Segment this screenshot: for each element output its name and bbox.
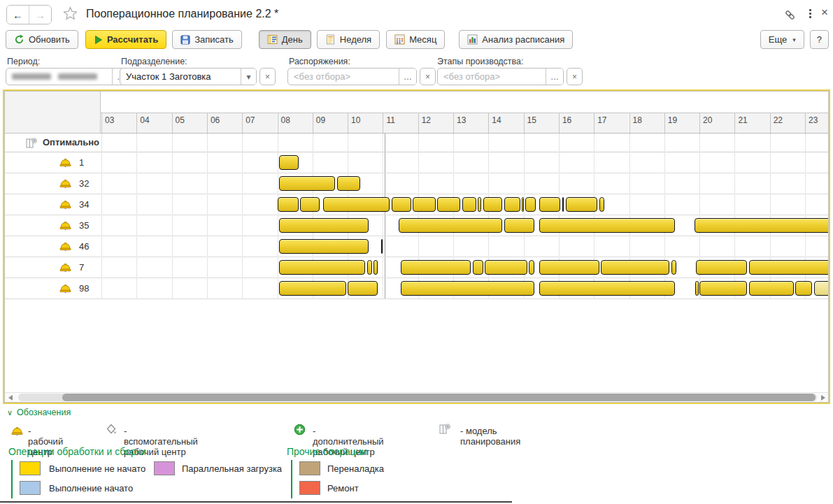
week-calendar-icon [325, 34, 336, 45]
play-icon [94, 35, 103, 45]
operation-bar[interactable] [392, 197, 411, 212]
operation-bar[interactable] [279, 218, 369, 233]
operation-bar[interactable] [381, 239, 383, 254]
scroll-right-icon[interactable] [821, 395, 825, 401]
orders-ellipsis-button[interactable]: … [399, 69, 416, 85]
gantt-row-98[interactable]: 98 [5, 278, 828, 299]
operation-bar[interactable] [814, 281, 828, 296]
gantt-row-35[interactable]: 35 [5, 215, 828, 236]
gantt-row-32[interactable]: 32 [5, 173, 828, 194]
operation-bar[interactable] [300, 197, 320, 212]
operation-bar[interactable] [522, 197, 524, 212]
operation-bar[interactable] [795, 281, 812, 296]
link-icon[interactable] [783, 8, 797, 22]
hour-label-10: 10 [348, 113, 383, 133]
operation-bar[interactable] [401, 260, 471, 275]
gantt-hour-axis: 0304050607080910111213141516171819202122… [101, 113, 828, 134]
operation-bar[interactable] [483, 197, 503, 212]
operation-bar[interactable] [539, 218, 675, 233]
orders-placeholder: <без отбора> [288, 69, 399, 85]
legend-toggle-label: Обозначения [17, 408, 71, 417]
view-month-button[interactable]: Месяц [386, 30, 445, 49]
operation-bar[interactable] [367, 260, 372, 275]
hour-label-04: 04 [136, 113, 171, 133]
operation-bar[interactable] [473, 260, 483, 275]
operation-bar[interactable] [601, 260, 669, 275]
refresh-label: Обновить [29, 34, 70, 45]
operation-bar[interactable] [539, 260, 599, 275]
row-label: 98 [79, 283, 89, 294]
close-icon[interactable]: × [821, 6, 828, 20]
back-button[interactable]: ← [7, 6, 29, 24]
department-clear-button[interactable]: × [259, 68, 276, 85]
operation-bar[interactable] [401, 281, 534, 296]
operation-bar[interactable] [504, 218, 534, 233]
operation-bar[interactable] [485, 260, 527, 275]
period-field[interactable]: … [6, 68, 130, 85]
operation-bar[interactable] [749, 260, 828, 275]
operation-bar[interactable] [279, 281, 346, 296]
stages-clear-button[interactable]: × [567, 68, 583, 85]
stages-field[interactable]: <без отбора> … [437, 68, 564, 85]
operation-bar[interactable] [525, 197, 536, 212]
operation-bar[interactable] [539, 197, 560, 212]
operation-bar[interactable] [529, 260, 534, 275]
orders-clear-button[interactable]: × [420, 68, 436, 85]
horizontal-scrollbar[interactable] [5, 392, 828, 402]
orders-field[interactable]: <без отбора> … [287, 68, 417, 85]
operation-bar[interactable] [437, 197, 460, 212]
operation-bar[interactable] [478, 197, 481, 212]
more-button[interactable]: Еще ▾ [760, 30, 804, 49]
operation-bar[interactable] [278, 197, 299, 212]
kebab-menu-icon[interactable] [809, 9, 812, 20]
gantt-body[interactable]: Оптимально 1 32 34 35 46 7 [5, 134, 828, 392]
operation-bar[interactable] [504, 197, 520, 212]
scroll-left-icon[interactable] [8, 395, 13, 401]
help-button[interactable]: ? [810, 30, 829, 49]
operation-bar[interactable] [695, 218, 828, 233]
department-field[interactable]: Участок 1 Заготовка ▾ [120, 68, 257, 85]
department-dropdown-button[interactable]: ▾ [241, 69, 256, 85]
operation-bar[interactable] [323, 197, 390, 212]
forward-button[interactable]: → [29, 6, 51, 24]
hour-label-13: 13 [453, 113, 488, 133]
gantt-row-46[interactable]: 46 [5, 236, 828, 257]
operation-bar[interactable] [599, 197, 605, 212]
operation-bar[interactable] [279, 155, 299, 170]
operation-bar[interactable] [671, 260, 677, 275]
operation-bar[interactable] [348, 281, 378, 296]
operation-bar[interactable] [373, 260, 378, 275]
stages-ellipsis-button[interactable]: … [546, 69, 563, 85]
gantt-row-model[interactable]: Оптимально [5, 134, 828, 152]
operation-bar[interactable] [279, 260, 365, 275]
operation-bar[interactable] [399, 218, 502, 233]
gantt-row-34[interactable]: 34 [5, 194, 828, 215]
operation-bar[interactable] [337, 176, 360, 191]
gantt-row-7[interactable]: 7 [5, 257, 828, 278]
gantt-row-1[interactable]: 1 [5, 152, 828, 173]
favorite-star-icon[interactable] [63, 6, 78, 20]
operation-bar[interactable] [279, 239, 369, 254]
operation-bar[interactable] [699, 281, 747, 296]
legend-toggle[interactable]: ∨ Обозначения [7, 408, 71, 417]
operation-bar[interactable] [562, 197, 564, 212]
operation-bar[interactable] [696, 260, 747, 275]
operation-bar[interactable] [749, 281, 794, 296]
operation-bar[interactable] [695, 281, 699, 296]
operation-bar[interactable] [413, 197, 436, 212]
save-button[interactable]: Записать [172, 30, 242, 49]
view-day-button[interactable]: День [259, 30, 311, 49]
refresh-button[interactable]: Обновить [6, 30, 78, 49]
gantt-panel[interactable]: 0304050607080910111213141516171819202122… [4, 91, 829, 403]
view-week-button[interactable]: Неделя [317, 30, 380, 49]
operation-bar[interactable] [539, 281, 675, 296]
hour-label-16: 16 [559, 113, 594, 133]
calculate-button[interactable]: Рассчитать [85, 30, 166, 49]
operation-bar[interactable] [279, 176, 335, 191]
scrollbar-thumb[interactable] [62, 394, 816, 401]
hour-label-20: 20 [699, 113, 734, 133]
analysis-label: Анализ расписания [482, 34, 564, 45]
operation-bar[interactable] [462, 197, 476, 212]
operation-bar[interactable] [566, 197, 597, 212]
schedule-analysis-button[interactable]: Анализ расписания [459, 30, 573, 49]
